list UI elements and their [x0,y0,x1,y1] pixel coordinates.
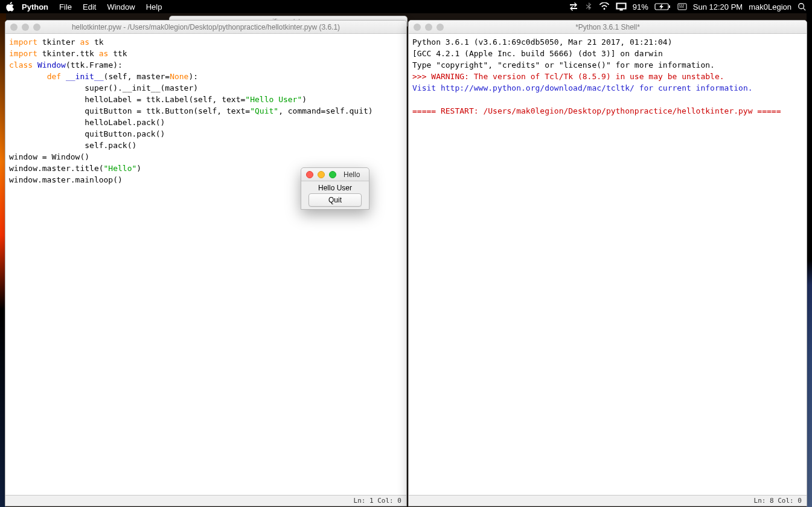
close-button[interactable] [10,24,18,31]
shell-output-area[interactable]: Python 3.6.1 (v3.6.1:69c0db5050, Mar 21 … [409,34,807,495]
svg-rect-5 [683,5,684,5]
zoom-button[interactable] [436,24,444,31]
menu-file[interactable]: File [59,2,72,11]
minimize-button[interactable] [22,24,29,31]
menubar-clock[interactable]: Sun 12:20 PM [693,2,743,11]
menubar-app-name[interactable]: Python [22,2,48,11]
display-icon[interactable] [616,2,627,11]
spotlight-icon[interactable] [798,2,806,11]
battery-icon[interactable] [654,2,671,11]
minimize-button[interactable] [318,171,325,178]
shell-statusbar: Ln: 8 Col: 0 [409,495,807,506]
editor-title: hellotkinter.pyw - /Users/mak0legion/Des… [5,23,406,31]
editor-statusbar: Ln: 1 Col: 0 [5,495,406,506]
desktop-wallpaper-right [807,13,812,507]
zoom-button[interactable] [329,171,336,178]
bluetooth-icon[interactable] [584,2,593,11]
zoom-button[interactable] [33,24,40,31]
svg-rect-1 [669,5,670,8]
menu-help[interactable]: Help [146,2,162,11]
menubar-user[interactable]: mak0Legion [749,2,791,11]
tkinter-app-window: Hello Hello User Quit [301,167,369,210]
close-button[interactable] [414,24,421,31]
tk-title-text: Hello [344,170,360,179]
macos-menubar: Python File Edit Window Help 91% Sun 12:… [0,0,812,13]
hello-user-label: Hello User [318,184,352,192]
tk-titlebar[interactable]: Hello [301,168,369,181]
svg-point-7 [799,4,804,9]
shell-titlebar[interactable]: *Python 3.6.1 Shell* [409,21,807,34]
swap-icon[interactable] [569,2,578,11]
menu-edit[interactable]: Edit [83,2,96,11]
editor-titlebar[interactable]: hellotkinter.pyw - /Users/mak0legion/Des… [5,21,406,34]
idle-editor-window: hellotkinter.pyw - /Users/mak0legion/Des… [5,20,407,506]
quit-button[interactable]: Quit [308,193,362,207]
svg-rect-4 [681,5,682,5]
wifi-icon[interactable] [599,2,610,11]
apple-logo-icon[interactable] [5,1,16,12]
minimize-button[interactable] [425,24,432,31]
battery-percent: 91% [633,2,648,11]
close-button[interactable] [306,171,313,178]
input-menu-icon[interactable] [677,2,687,11]
shell-title: *Python 3.6.1 Shell* [409,23,807,31]
svg-line-8 [804,8,806,11]
menu-window[interactable]: Window [107,2,135,11]
svg-rect-3 [679,5,680,5]
editor-code-area[interactable]: import tkinter as tk import tkinter.ttk … [5,34,406,495]
svg-rect-6 [679,7,684,7]
idle-shell-window: *Python 3.6.1 Shell* Python 3.6.1 (v3.6.… [408,20,807,506]
